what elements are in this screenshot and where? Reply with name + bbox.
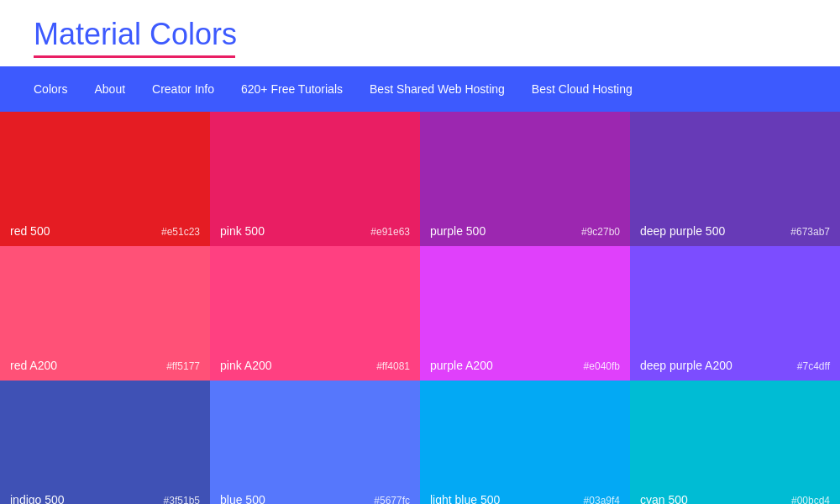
nav-item-creator-info[interactable]: Creator Info	[152, 82, 214, 96]
color-hex: #e51c23	[161, 226, 200, 238]
nav-item-about[interactable]: About	[94, 82, 125, 96]
nav-item-best-shared-web-hosting[interactable]: Best Shared Web Hosting	[370, 82, 505, 96]
color-hex: #00bcd4	[791, 495, 830, 504]
color-cell-deep-purple-A200[interactable]: deep purple A200#7c4dff	[630, 246, 840, 381]
color-grid: red 500#e51c23pink 500#e91e63purple 500#…	[0, 112, 840, 504]
color-hex: #5677fc	[374, 495, 410, 504]
main-nav: ColorsAboutCreator Info620+ Free Tutoria…	[0, 66, 840, 112]
color-hex: #7c4dff	[797, 360, 830, 372]
color-hex: #03a9f4	[584, 495, 620, 504]
nav-item-best-cloud-hosting[interactable]: Best Cloud Hosting	[532, 82, 633, 96]
nav-item-620+-free-tutorials[interactable]: 620+ Free Tutorials	[241, 82, 343, 96]
color-cell-deep-purple-500[interactable]: deep purple 500#673ab7	[630, 112, 840, 246]
color-cell-pink-500[interactable]: pink 500#e91e63	[210, 112, 420, 246]
page-header: Material Colors	[0, 0, 840, 66]
color-hex: #3f51b5	[164, 495, 200, 504]
nav-item-colors[interactable]: Colors	[34, 82, 67, 96]
color-hex: #ff5177	[166, 360, 200, 372]
color-cell-red-500[interactable]: red 500#e51c23	[0, 112, 210, 246]
color-cell-blue-500[interactable]: blue 500#5677fc	[210, 381, 420, 504]
color-cell-red-A200[interactable]: red A200#ff5177	[0, 246, 210, 381]
color-hex: #673ab7	[790, 226, 830, 238]
color-hex: #9c27b0	[581, 226, 620, 238]
color-cell-indigo-500[interactable]: indigo 500#3f51b5	[0, 381, 210, 504]
color-cell-cyan-500[interactable]: cyan 500#00bcd4	[630, 381, 840, 504]
color-cell-light-blue-500[interactable]: light blue 500#03a9f4	[420, 381, 630, 504]
color-cell-purple-500[interactable]: purple 500#9c27b0	[420, 112, 630, 246]
page-title: Material Colors	[34, 17, 806, 52]
color-cell-pink-A200[interactable]: pink A200#ff4081	[210, 246, 420, 381]
color-hex: #e040fb	[584, 360, 620, 372]
color-cell-purple-A200[interactable]: purple A200#e040fb	[420, 246, 630, 381]
color-hex: #e91e63	[370, 226, 410, 238]
title-underline	[34, 55, 235, 58]
color-hex: #ff4081	[376, 360, 410, 372]
